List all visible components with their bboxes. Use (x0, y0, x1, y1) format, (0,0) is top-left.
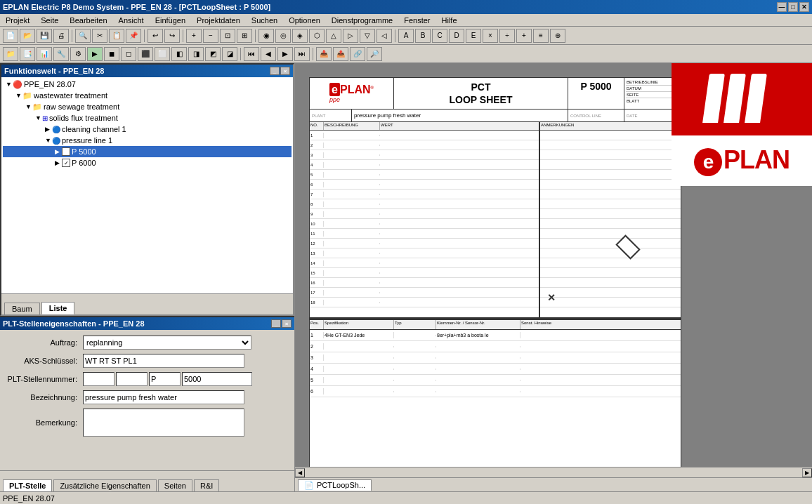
tb2-e2[interactable]: 📤 (333, 47, 348, 61)
tb2-b6[interactable]: ▶ (87, 47, 103, 61)
minimize-button[interactable]: — (777, 2, 787, 12)
tb-c7[interactable]: ÷ (499, 29, 515, 43)
tree-node-p6000[interactable]: ▶ ✓ P 6000 (3, 157, 292, 168)
tb-b1[interactable]: ◉ (258, 29, 274, 43)
tb2-nav4[interactable]: ⏭ (294, 47, 310, 61)
h-scroll-left[interactable]: ◀ (295, 468, 305, 477)
tb-c2[interactable]: B (415, 29, 431, 43)
close-button[interactable]: ✕ (799, 2, 809, 12)
tb2-e3[interactable]: 🔗 (350, 47, 365, 61)
tb-b2[interactable]: ◎ (275, 29, 291, 43)
tb2-b13[interactable]: ◩ (205, 47, 221, 61)
menu-einfuegen[interactable]: Einfügen (152, 15, 188, 25)
tb-b5[interactable]: △ (326, 29, 341, 43)
tree-node-root[interactable]: ▼ 🔴 PPE_EN 28.07 (3, 79, 292, 90)
tb2-b5[interactable]: ⚙ (70, 47, 86, 61)
expand-root[interactable]: ▼ (6, 81, 13, 88)
tb-print[interactable]: 🖨 (53, 29, 69, 43)
plt-field-2[interactable] (116, 372, 148, 386)
maximize-button[interactable]: □ (788, 2, 798, 12)
plt-field-4[interactable] (182, 372, 252, 386)
menu-optionen[interactable]: Optionen (286, 15, 323, 25)
tb-b8[interactable]: ◁ (376, 29, 392, 43)
tab-zusaetzliche[interactable]: Zusätzliche Eigenschaften (53, 479, 156, 491)
tb2-b3[interactable]: 📊 (37, 47, 52, 61)
tb-open[interactable]: 📂 (20, 29, 35, 43)
tree-node-raw-sewage[interactable]: ▼ 📁 raw sewage treatment (3, 101, 292, 112)
tree-node-p5000[interactable]: ▶ ✓ P 5000 (3, 146, 292, 157)
expand-p6000[interactable]: ▶ (55, 159, 62, 166)
tb-grid[interactable]: ⊞ (237, 29, 252, 43)
checkbox-p5000[interactable]: ✓ (62, 147, 70, 156)
expand-raw-sewage[interactable]: ▼ (25, 103, 32, 110)
expand-p5000[interactable]: ▶ (55, 148, 62, 155)
tab-baum[interactable]: Baum (4, 303, 40, 314)
expand-pressure-line[interactable]: ▼ (45, 137, 52, 144)
menu-ansicht[interactable]: Ansicht (116, 15, 147, 25)
input-bemerkung[interactable] (83, 409, 244, 437)
tb2-nav3[interactable]: ▶ (277, 47, 293, 61)
input-aks[interactable] (83, 354, 244, 368)
h-scrollbar[interactable]: ◀ ▶ (295, 467, 812, 477)
tb2-b9[interactable]: ⬛ (138, 47, 153, 61)
menu-fenster[interactable]: Fenster (401, 15, 433, 25)
menu-seite[interactable]: Seite (38, 15, 61, 25)
tb-copy[interactable]: 📋 (109, 29, 124, 43)
tree-node-pressure-line[interactable]: ▼ 🔵 pressure line 1 (3, 135, 292, 146)
plt-field-1[interactable] (83, 372, 114, 386)
menu-bearbeiten[interactable]: Bearbeiten (67, 15, 110, 25)
tree-node-wastewater[interactable]: ▼ 📁 wastewater treatment (3, 90, 292, 101)
tree-panel-min[interactable]: _ (270, 67, 280, 75)
tb-cut[interactable]: ✂ (92, 29, 107, 43)
tb2-nav1[interactable]: ⏮ (244, 47, 259, 61)
props-panel-close[interactable]: × (282, 319, 292, 328)
tb-c5[interactable]: E (466, 29, 481, 43)
tab-rai[interactable]: R&I (194, 479, 219, 491)
tb2-e1[interactable]: 📥 (316, 47, 332, 61)
expand-solids[interactable]: ▼ (35, 114, 42, 121)
plt-field-3[interactable] (149, 372, 181, 386)
tb2-b2[interactable]: 📑 (20, 47, 35, 61)
tb-search[interactable]: 🔍 (75, 29, 91, 43)
tb2-b11[interactable]: ◧ (171, 47, 187, 61)
tb2-e4[interactable]: 🔎 (367, 47, 382, 61)
menu-hilfe[interactable]: Hilfe (439, 15, 460, 25)
tb2-b14[interactable]: ◪ (222, 47, 237, 61)
tb-c6[interactable]: × (483, 29, 498, 43)
tb2-b12[interactable]: ◨ (188, 47, 204, 61)
tab-liste[interactable]: Liste (41, 302, 75, 314)
tb-b4[interactable]: ⬡ (309, 29, 325, 43)
tb-fit[interactable]: ⊡ (220, 29, 235, 43)
menu-projekt[interactable]: Projekt (3, 15, 32, 25)
menu-projektdaten[interactable]: Projektdaten (194, 15, 243, 25)
tb-c9[interactable]: ≡ (533, 29, 549, 43)
tb-c8[interactable]: + (516, 29, 532, 43)
tb-c10[interactable]: ⊕ (550, 29, 565, 43)
props-panel-min[interactable]: _ (271, 319, 281, 328)
tb2-nav2[interactable]: ◀ (261, 47, 276, 61)
tb2-b7[interactable]: ◼ (104, 47, 119, 61)
tb-b3[interactable]: ◈ (292, 29, 308, 43)
expand-wastewater[interactable]: ▼ (15, 92, 22, 99)
tab-plt-stelle[interactable]: PLT-Stelle (3, 479, 52, 491)
tb-undo[interactable]: ↩ (148, 29, 163, 43)
menu-dienstprogramme[interactable]: Dienstprogramme (329, 15, 395, 25)
tb2-b8[interactable]: ◻ (121, 47, 136, 61)
checkbox-p6000[interactable]: ✓ (62, 159, 70, 167)
tb-b7[interactable]: ▽ (360, 29, 375, 43)
menu-suchen[interactable]: Suchen (249, 15, 280, 25)
tb-c1[interactable]: A (398, 29, 414, 43)
tb-redo[interactable]: ↪ (164, 29, 180, 43)
tb-zoom-in[interactable]: + (186, 29, 202, 43)
tb-new[interactable]: 📄 (3, 29, 18, 43)
tb2-b10[interactable]: ⬜ (155, 47, 170, 61)
tb-b6[interactable]: ▷ (343, 29, 358, 43)
input-auftrag[interactable]: replanning (83, 336, 251, 350)
tree-node-solids[interactable]: ▼ ⊞ solids flux treatment (3, 112, 292, 124)
tb-c4[interactable]: D (449, 29, 464, 43)
tb-c3[interactable]: C (432, 29, 447, 43)
h-scroll-track[interactable] (305, 468, 802, 477)
tb-paste[interactable]: 📌 (126, 29, 141, 43)
tb-zoom-out[interactable]: − (203, 29, 218, 43)
h-scroll-right[interactable]: ▶ (802, 468, 812, 477)
